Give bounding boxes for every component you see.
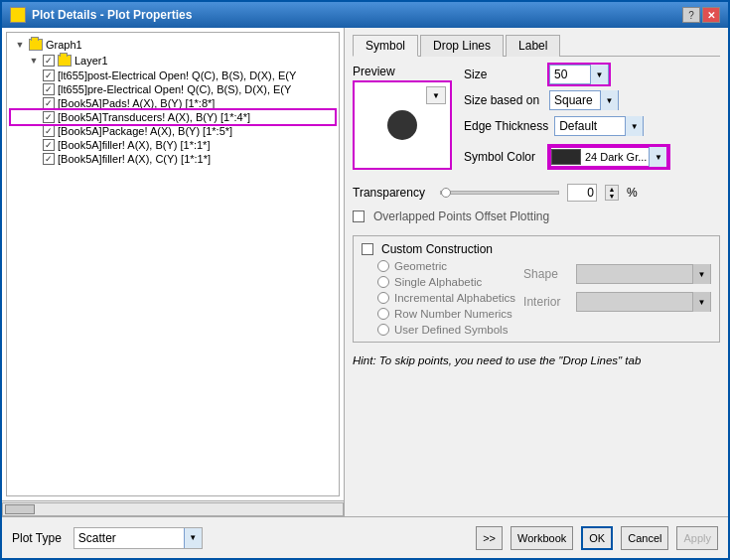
checkbox-item2[interactable] [43,83,55,95]
edge-thickness-label: Edge Thickness [464,119,548,133]
bottom-bar: Plot Type Scatter ▼ >> Workbook OK Cance… [2,516,728,558]
size-input[interactable]: 50 ▼ [549,65,609,84]
custom-construction-checkbox[interactable] [362,243,373,255]
checkbox-item1[interactable] [43,70,55,81]
hint-text: Hint: To skip points, you need to use th… [353,354,720,366]
shape-arrow[interactable]: ▼ [692,264,710,284]
checkbox-item5[interactable] [43,125,55,137]
tree-item-6[interactable]: [Book5A]filler! A(X), B(Y) [1*:1*] [11,138,335,152]
custom-construction-row: Custom Construction [362,242,515,256]
tree-scroll-horizontal[interactable] [2,500,344,516]
workbook-button[interactable]: Workbook [511,526,573,550]
spin-up[interactable]: ▲ [606,186,618,193]
size-based-on-label: Size based on [464,93,543,107]
checkbox-item3[interactable] [43,97,55,109]
percent-unit: % [627,186,638,200]
size-dropdown-arrow[interactable]: ▼ [590,65,608,84]
tab-drop-lines[interactable]: Drop Lines [420,35,504,57]
tree-item-3[interactable]: [Book5A]Pads! A(X), B(Y) [1*:8*] [11,96,335,110]
help-button[interactable]: ? [682,7,700,23]
plot-type-label: Plot Type [12,531,62,545]
color-preview-swatch [551,149,581,165]
tree-label-graph1: Graph1 [46,39,82,51]
checkbox-layer1[interactable] [43,55,55,67]
preview-circle-symbol [387,110,417,140]
transparency-row: Transparency ▲ ▼ % [353,184,720,202]
tree-container[interactable]: ▼ Graph1 ▼ Layer1 [lt655]post-Electrical… [6,32,340,496]
geometric-radio[interactable] [377,260,389,272]
shape-row: Shape ▼ [523,264,711,284]
size-based-on-arrow[interactable]: ▼ [600,90,618,110]
size-based-on-dropdown[interactable]: Square ▼ [549,90,619,110]
interior-arrow[interactable]: ▼ [692,292,710,312]
tree-item-1[interactable]: [lt655]post-Electrical Open! Q(C), B(S),… [11,69,335,82]
row-number-numerics-row: Row Number Numerics [362,308,515,320]
single-alphabetic-row: Single Alphabetic [362,276,515,288]
preview-dropdown-indicator[interactable]: ▼ [426,86,446,104]
arrows-button[interactable]: >> [476,526,503,550]
transparency-input[interactable] [567,184,597,202]
tab-symbol[interactable]: Symbol [353,35,418,57]
tab-bar: Symbol Drop Lines Label [353,34,720,57]
window-title: Plot Details - Plot Properties [32,8,192,22]
geometric-row: Geometric [362,260,515,272]
checkbox-item6[interactable] [43,139,55,151]
symbol-color-arrow[interactable]: ▼ [649,147,666,167]
row-number-label: Row Number Numerics [394,308,512,320]
size-based-on-row: Size based on Square ▼ [464,90,720,110]
user-defined-label: User Defined Symbols [394,324,508,336]
incremental-alphabetics-row: Incremental Alphabetics [362,292,515,304]
user-defined-radio[interactable] [377,324,389,336]
right-panel: Symbol Drop Lines Label Preview ▼ [345,28,728,516]
tree-label-layer1: Layer1 [74,55,108,67]
checkbox-item7[interactable] [43,153,55,165]
tree-label-item5: [Book5A]Package! A(X), B(Y) [1*:5*] [58,125,232,137]
overlap-checkbox[interactable] [353,210,365,222]
shape-dropdown[interactable]: ▼ [576,264,711,284]
cancel-button[interactable]: Cancel [621,526,668,550]
tree-item-4[interactable]: [Book5A]Transducers! A(X), B(Y) [1*:4*] [11,110,335,124]
checkbox-item4[interactable] [43,111,55,123]
size-based-on-value: Square [550,93,600,107]
custom-construction-section: Custom Construction Geometric Single Alp… [353,235,720,343]
ok-button[interactable]: OK [581,526,613,550]
expand-icon-graph1: ▼ [13,38,27,52]
edge-thickness-arrow[interactable]: ▼ [625,116,643,136]
spin-down[interactable]: ▼ [606,193,618,200]
edge-thickness-row: Edge Thickness Default ▼ [464,116,720,136]
transparency-spinner[interactable]: ▲ ▼ [605,185,619,201]
overlap-row: Overlapped Points Offset Plotting [353,210,720,223]
tree-item-graph1[interactable]: ▼ Graph1 [11,37,335,53]
custom-construction-label: Custom Construction [381,242,493,256]
tree-item-2[interactable]: [lt655]pre-Electrical Open! Q(C), B(S), … [11,82,335,96]
plot-type-dropdown[interactable]: Scatter ▼ [73,527,203,549]
interior-dropdown[interactable]: ▼ [576,292,711,312]
title-bar-left: Plot Details - Plot Properties [10,7,192,23]
tree-item-5[interactable]: [Book5A]Package! A(X), B(Y) [1*:5*] [11,124,335,138]
tab-label[interactable]: Label [506,35,560,57]
tree-item-layer1[interactable]: ▼ Layer1 [11,53,335,69]
tree-item-7[interactable]: [Book5A]filler! A(X), C(Y) [1*:1*] [11,152,335,166]
tree-label-item6: [Book5A]filler! A(X), B(Y) [1*:1*] [58,139,210,151]
close-button[interactable]: ✕ [702,7,720,23]
transparency-slider[interactable] [440,191,559,195]
size-label: Size [464,68,543,81]
row-number-radio[interactable] [377,308,389,320]
tree-label-item7: [Book5A]filler! A(X), C(Y) [1*:1*] [58,153,211,165]
interior-row: Interior ▼ [523,292,711,312]
symbol-color-dropdown[interactable]: 24 Dark Gr... ▼ [549,146,668,168]
geometric-label: Geometric [394,260,447,272]
size-row: Size 50 ▼ [464,65,720,84]
apply-button[interactable]: Apply [676,526,718,550]
single-alphabetic-radio[interactable] [377,276,389,288]
folder-icon-layer1 [58,55,72,67]
plot-type-arrow[interactable]: ▼ [184,528,202,548]
slider-thumb [441,188,451,198]
edge-thickness-dropdown[interactable]: Default ▼ [554,116,644,136]
tree-label-item2: [lt655]pre-Electrical Open! Q(C), B(S), … [58,83,291,95]
preview-label: Preview [353,65,395,78]
left-panel: ▼ Graph1 ▼ Layer1 [lt655]post-Electrical… [2,28,345,516]
dialog-window: Plot Details - Plot Properties ? ✕ ▼ Gra… [0,0,730,560]
incremental-alphabetics-radio[interactable] [377,292,389,304]
preview-box: ▼ [353,80,452,170]
